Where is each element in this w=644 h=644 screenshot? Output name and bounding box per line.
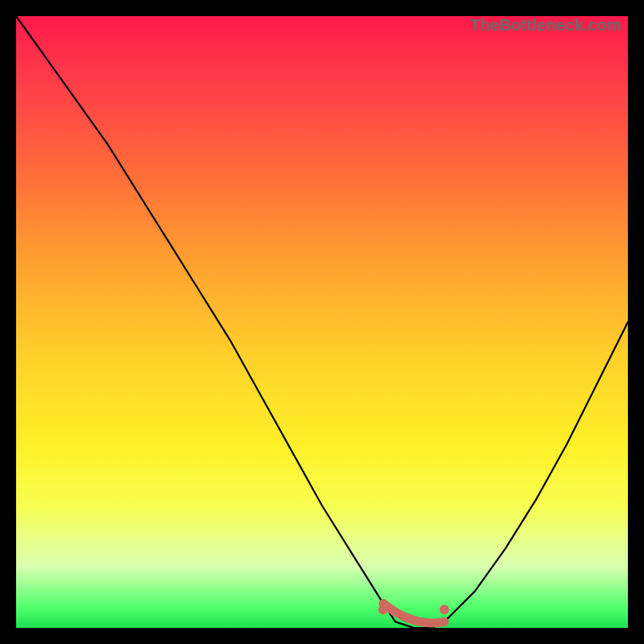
bottleneck-curve — [16, 16, 628, 628]
chart-frame: TheBottleneck.com — [0, 0, 644, 644]
optimal-marker-right — [440, 605, 449, 614]
plot-area: TheBottleneck.com — [16, 16, 628, 628]
optimal-marker-left — [378, 605, 388, 614]
